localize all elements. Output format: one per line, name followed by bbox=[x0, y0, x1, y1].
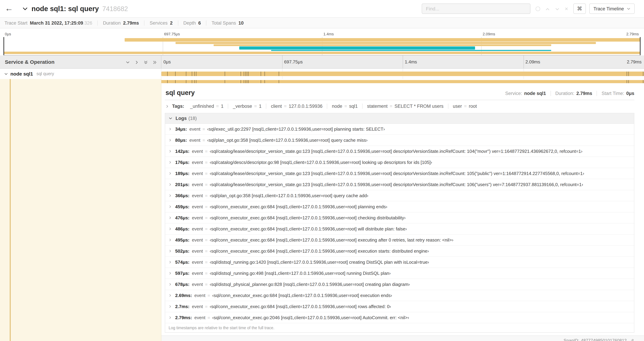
log-timestamp: 2.7ms: bbox=[175, 304, 190, 309]
log-entry[interactable]: 502μs: event = ‹sql/conn_executor_exec.g… bbox=[165, 246, 634, 257]
log-equals: = bbox=[205, 171, 208, 176]
keyboard-shortcuts-button[interactable]: ⌘ bbox=[573, 4, 586, 14]
minimap-left-scrubber-handle[interactable] bbox=[4, 37, 4, 55]
log-chevron-icon[interactable] bbox=[168, 316, 172, 319]
detail-span-duration-bar[interactable] bbox=[161, 80, 644, 83]
log-entry[interactable]: 201μs: event = ‹sql/catalog/lease/descri… bbox=[165, 179, 634, 190]
log-entry[interactable]: 176μs: event = ‹sql/catalog/descs/descri… bbox=[165, 157, 634, 168]
log-entry[interactable]: 366μs: event = ‹sql/plan_opt.go:358 [nsq… bbox=[165, 190, 634, 201]
log-tick-mark bbox=[627, 80, 627, 83]
log-entry[interactable]: 2.7ms: event = ‹sql/conn_executor_exec.g… bbox=[165, 301, 634, 312]
minimap-canvas[interactable] bbox=[4, 37, 640, 55]
log-chevron-icon[interactable] bbox=[168, 183, 172, 186]
log-chevron-icon[interactable] bbox=[168, 249, 172, 253]
timeline-ruler: 0μs697.75μs1.4ms2.09ms2.79ms bbox=[161, 56, 644, 68]
log-field-value: ‹sql/conn_executor_exec.go:684 [nsql1,cl… bbox=[210, 226, 407, 231]
log-field-value: ‹sql/conn_executor_exec.go:684 [nsql1,cl… bbox=[210, 237, 454, 243]
log-field-key: event bbox=[192, 215, 203, 220]
prev-match-icon[interactable] bbox=[545, 6, 550, 12]
log-chevron-icon[interactable] bbox=[168, 261, 172, 264]
minimap-right-scrubber-handle[interactable] bbox=[640, 37, 640, 55]
logs-count: (18) bbox=[188, 116, 197, 121]
log-field-key: event bbox=[192, 193, 203, 198]
log-chevron-icon[interactable] bbox=[168, 272, 172, 275]
collapse-all-icon[interactable] bbox=[153, 59, 157, 65]
log-chevron-icon[interactable] bbox=[168, 172, 172, 175]
log-field-value: ‹sql/conn_executor_exec.go:684 [nsql1,cl… bbox=[210, 215, 406, 220]
log-entry[interactable]: 486μs: event = ‹sql/conn_executor_exec.g… bbox=[165, 223, 634, 235]
services-value: 2 bbox=[170, 20, 172, 26]
tags-accordion[interactable]: Tags: _unfinished=1_verbose=1client=127.… bbox=[165, 100, 634, 112]
span-row-timeline-cell[interactable] bbox=[161, 69, 644, 79]
log-chevron-icon[interactable] bbox=[168, 238, 172, 241]
log-chevron-icon[interactable] bbox=[168, 283, 172, 286]
log-entry[interactable]: 2.69ms: event = ‹sql/conn_executor_exec.… bbox=[165, 290, 634, 301]
log-entry[interactable]: 189μs: event = ‹sql/catalog/lease/descri… bbox=[165, 168, 634, 179]
log-chevron-icon[interactable] bbox=[168, 139, 172, 142]
log-field-key: event bbox=[192, 149, 203, 154]
log-equals: = bbox=[205, 215, 208, 220]
log-entry[interactable]: 476μs: event = ‹sql/conn_executor_exec.g… bbox=[165, 212, 634, 223]
ruler-gridline bbox=[523, 56, 524, 68]
log-field-key: event bbox=[192, 282, 203, 287]
log-tick-mark bbox=[192, 72, 192, 76]
clear-find-icon[interactable]: × bbox=[565, 6, 568, 12]
log-chevron-icon[interactable] bbox=[168, 161, 172, 164]
log-tick-mark bbox=[245, 72, 246, 76]
log-entry[interactable]: 574μs: event = ‹sql/distsql_running.go:1… bbox=[165, 257, 634, 268]
log-chevron-icon[interactable] bbox=[168, 205, 172, 208]
log-entry[interactable]: 678μs: event = ‹sql/distsql_physical_pla… bbox=[165, 279, 634, 290]
log-chevron-icon[interactable] bbox=[168, 227, 172, 230]
expand-one-level-icon[interactable] bbox=[126, 59, 130, 65]
log-timestamp: 80μs: bbox=[175, 138, 187, 143]
logs-list: 34μs: event = ‹sql/exec_util.go:2297 [ns… bbox=[165, 124, 634, 323]
log-tick-mark bbox=[278, 80, 279, 83]
logs-chevron-icon[interactable] bbox=[168, 116, 172, 120]
detail-row-indent-column bbox=[0, 79, 161, 341]
log-entry[interactable]: 34μs: event = ‹sql/exec_util.go:2297 [ns… bbox=[165, 124, 634, 135]
log-chevron-icon[interactable] bbox=[168, 305, 172, 308]
trace-view-selector-button[interactable]: Trace Timeline bbox=[589, 4, 635, 14]
log-chevron-icon[interactable] bbox=[168, 128, 172, 131]
collapse-one-level-icon[interactable] bbox=[135, 59, 139, 65]
log-entry[interactable]: 80μs: event = ‹sql/plan_opt.go:358 [nsql… bbox=[165, 135, 634, 146]
tags-label: Tags: bbox=[172, 104, 184, 109]
next-match-icon[interactable] bbox=[555, 6, 560, 12]
span-row: node sql1 sql query bbox=[0, 69, 644, 79]
log-equals: = bbox=[205, 282, 208, 287]
duration-stat: Duration2.79ms bbox=[98, 20, 144, 26]
meta-duration-value: 2.79ms bbox=[576, 91, 592, 96]
logs-accordion-header[interactable]: Logs (18) bbox=[165, 113, 634, 124]
log-tick-mark bbox=[240, 72, 241, 76]
log-chevron-icon[interactable] bbox=[168, 194, 172, 197]
span-duration-bar[interactable] bbox=[161, 72, 644, 76]
tags-chevron-icon[interactable] bbox=[166, 105, 169, 108]
log-entry[interactable]: 495μs: event = ‹sql/conn_executor_exec.g… bbox=[165, 235, 634, 246]
span-expanded-chevron-icon[interactable] bbox=[4, 72, 8, 76]
span-detail-row: sql query Service:node sql1 Duration:2.7… bbox=[0, 79, 644, 341]
log-entry[interactable]: 597μs: event = ‹sql/distsql_running.go:4… bbox=[165, 268, 634, 279]
expand-all-icon[interactable] bbox=[144, 59, 148, 65]
log-chevron-icon[interactable] bbox=[168, 216, 172, 219]
collapse-trace-chevron-icon[interactable] bbox=[22, 6, 28, 12]
trace-start-fraction: .326 bbox=[83, 20, 92, 26]
log-field-key: event bbox=[192, 237, 203, 243]
copy-link-icon[interactable] bbox=[628, 338, 634, 341]
log-entry[interactable]: 2.79ms: event = ‹sql/conn_executor_exec.… bbox=[165, 312, 634, 323]
log-entry[interactable]: 459μs: event = ‹sql/conn_executor_exec.g… bbox=[165, 201, 634, 212]
span-operation-name: sql query bbox=[36, 71, 54, 76]
log-field-value: ‹sql/catalog/lease/descriptor_version_st… bbox=[210, 171, 584, 176]
log-field-key: event bbox=[192, 259, 203, 265]
span-row-name-cell[interactable]: node sql1 sql query bbox=[0, 69, 161, 79]
log-tick-mark bbox=[628, 80, 629, 83]
back-button[interactable]: ← bbox=[5, 4, 16, 14]
log-equals: = bbox=[202, 138, 205, 143]
tag: node=sql1 bbox=[327, 104, 362, 109]
log-chevron-icon[interactable] bbox=[168, 150, 172, 153]
find-input[interactable] bbox=[422, 4, 530, 14]
log-timestamp: 176μs: bbox=[175, 160, 190, 165]
header-actions: × ⌘ Trace Timeline bbox=[422, 4, 635, 14]
log-chevron-icon[interactable] bbox=[168, 294, 172, 297]
log-entry[interactable]: 142μs: event = ‹sql/catalog/lease/descri… bbox=[165, 146, 634, 157]
log-equals: = bbox=[205, 271, 208, 276]
